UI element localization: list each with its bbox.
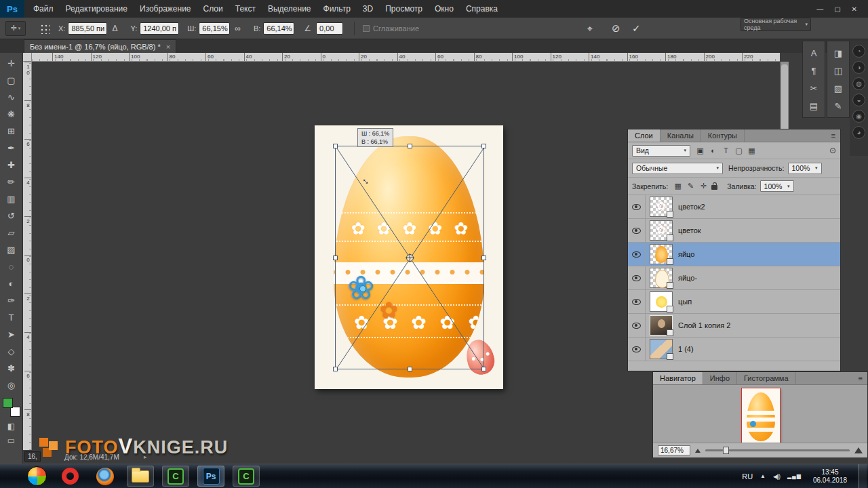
transform-handle-bottom-left[interactable] (333, 367, 338, 371)
zoom-in-mountain-icon[interactable] (854, 447, 863, 453)
commit-transform-button[interactable]: ✓ (632, 18, 641, 39)
background-color-swatch[interactable] (10, 407, 20, 417)
lock-position-icon[interactable]: ✛ (698, 181, 709, 191)
angle-input[interactable]: 0,00 (316, 22, 343, 35)
clone-stamp-tool[interactable]: ▥ (3, 190, 20, 207)
character-panel-icon[interactable]: A (806, 44, 822, 62)
layer-row-cyp[interactable]: цып (628, 290, 840, 314)
close-button[interactable]: ✕ (852, 5, 857, 13)
network-icon[interactable]: ▂▄▆ (787, 473, 802, 479)
filter-adjustment-layers-icon[interactable]: ◐ (708, 146, 718, 156)
taskbar-photoshop[interactable]: Ps (197, 466, 224, 487)
hand-tool[interactable]: ✽ (3, 360, 20, 377)
layer-row-cvetok[interactable]: цветок (628, 219, 840, 243)
layer-row-sloy1-kopiya2[interactable]: Слой 1 копия 2 (628, 314, 840, 338)
document-tab[interactable]: Без имени-1 @ 16,7% (яйцо, RGB/8) * × (24, 39, 176, 53)
blur-tool[interactable]: ◌ (3, 258, 20, 275)
layer-row-yaico-selected[interactable]: яйцо (628, 243, 840, 266)
transform-handle-bottom-right[interactable] (481, 367, 486, 371)
adjustments-panel-button[interactable]: ◍ (852, 77, 865, 90)
tab-info[interactable]: Инфо (703, 372, 737, 384)
styles-panel-icon[interactable]: ▤ (806, 97, 822, 115)
gradient-tool[interactable]: ▨ (3, 241, 20, 258)
transform-reference-point[interactable] (406, 254, 414, 262)
rectangular-marquee-tool[interactable]: ▢ (3, 72, 20, 89)
taskbar-app-c1[interactable]: C (162, 466, 189, 487)
layer-visibility-toggle[interactable] (628, 195, 646, 218)
path-selection-tool[interactable]: ➤ (3, 326, 20, 343)
move-tool[interactable]: ✛ (3, 55, 20, 72)
transform-handle-top-center[interactable] (408, 144, 412, 148)
masks-panel-icon[interactable]: ◫ (830, 62, 846, 79)
layer-thumbnail[interactable] (650, 291, 673, 312)
layer-row-1-4[interactable]: 1 (4) (628, 338, 840, 361)
layer-thumbnail[interactable] (650, 268, 673, 288)
menu-item-2[interactable]: Изображение (134, 0, 197, 18)
transform-handle-bottom-center[interactable] (408, 367, 412, 371)
filter-smart-objects-icon[interactable]: ▦ (747, 146, 757, 156)
opacity-dropdown[interactable]: 100%▾ (788, 163, 822, 174)
filter-type-layers-icon[interactable]: T (721, 146, 731, 156)
tab-paths[interactable]: Контуры (701, 129, 745, 142)
menu-item-3[interactable]: Слои (197, 0, 229, 18)
layer-thumbnail[interactable] (650, 315, 673, 336)
color-panel-button[interactable]: ◔ (852, 45, 865, 58)
layer-row-cvetok2[interactable]: цветок2 (628, 195, 840, 219)
minimize-button[interactable]: — (816, 5, 823, 13)
cancel-transform-button[interactable]: ⊘ (612, 18, 620, 39)
navigator-zoom-input[interactable]: 16,67% (658, 445, 690, 455)
transform-handle-top-right[interactable] (481, 144, 486, 148)
zoom-tool[interactable]: ◎ (3, 377, 20, 394)
brush-tool[interactable]: ✏ (3, 174, 20, 190)
eyedropper-tool[interactable]: ✒ (3, 140, 20, 157)
menu-item-4[interactable]: Текст (229, 0, 262, 18)
quick-mask-button[interactable]: ◧ (7, 422, 15, 431)
layer-row-yaico2[interactable]: яйцо- (628, 266, 840, 290)
ruler-horizontal[interactable]: 1401201008060402002040608010012014016018… (32, 53, 780, 62)
language-indicator[interactable]: RU (742, 472, 753, 481)
layer-visibility-toggle[interactable] (628, 266, 646, 289)
menu-item-8[interactable]: Просмотр (379, 0, 429, 18)
smoothing-checkbox[interactable] (363, 25, 370, 32)
layer-visibility-toggle[interactable] (628, 219, 646, 242)
filter-shape-layers-icon[interactable]: ▢ (734, 146, 744, 156)
height-input[interactable]: 66,14% (263, 22, 294, 35)
lock-all-icon[interactable] (711, 185, 717, 190)
adjustments-panel-icon[interactable]: ◨ (830, 44, 846, 62)
menu-item-9[interactable]: Окно (429, 0, 460, 18)
brush-panel-icon[interactable]: ✎ (830, 97, 846, 115)
tab-navigator[interactable]: Навигатор (653, 372, 703, 384)
relative-position-icon[interactable]: Δ (112, 24, 117, 33)
lock-transparency-icon[interactable]: ▦ (673, 181, 683, 191)
layer-visibility-toggle[interactable] (628, 243, 646, 266)
pen-tool[interactable]: ✑ (3, 292, 20, 309)
taskbar-opera[interactable] (56, 466, 83, 487)
menu-item-5[interactable]: Выделение (262, 0, 317, 18)
history-brush-tool[interactable]: ↺ (3, 207, 20, 224)
dodge-tool[interactable]: ◐ (3, 275, 20, 292)
y-input[interactable]: 1240,00 п (140, 22, 179, 35)
restore-button[interactable]: ▢ (834, 5, 840, 13)
layer-thumbnail[interactable] (650, 339, 673, 359)
tool-preset-picker[interactable]: ✛▾ (5, 21, 26, 36)
link-dimensions-icon[interactable]: ∞ (235, 24, 241, 33)
screen-mode-button[interactable]: ▭ (7, 436, 15, 445)
layer-thumbnail[interactable] (650, 244, 673, 264)
ruler-vertical[interactable]: 10864202468 (23, 62, 32, 450)
panel-menu-icon[interactable]: ≡ (854, 372, 867, 384)
switch-transform-mode-button[interactable]: ⌖ (587, 18, 593, 39)
show-desktop-button[interactable] (859, 464, 867, 488)
actions-panel-button[interactable]: ◉ (852, 110, 865, 123)
tab-histogram[interactable]: Гистограмма (737, 372, 796, 384)
ruler-origin-corner[interactable] (23, 53, 32, 62)
hidden-icons-chevron[interactable]: ▲ (760, 473, 766, 479)
speaker-icon[interactable]: ◀)) (773, 473, 780, 480)
x-input[interactable]: 885,50 пи (68, 22, 107, 35)
menu-item-10[interactable]: Справка (460, 0, 504, 18)
reference-point-locator[interactable] (39, 23, 50, 34)
layer-visibility-toggle[interactable] (628, 314, 646, 337)
width-input[interactable]: 66,15% (199, 22, 230, 35)
menu-item-6[interactable]: Фильтр (317, 0, 357, 18)
lasso-tool[interactable]: ∿ (3, 89, 20, 106)
lock-pixels-icon[interactable]: ✎ (686, 181, 696, 191)
